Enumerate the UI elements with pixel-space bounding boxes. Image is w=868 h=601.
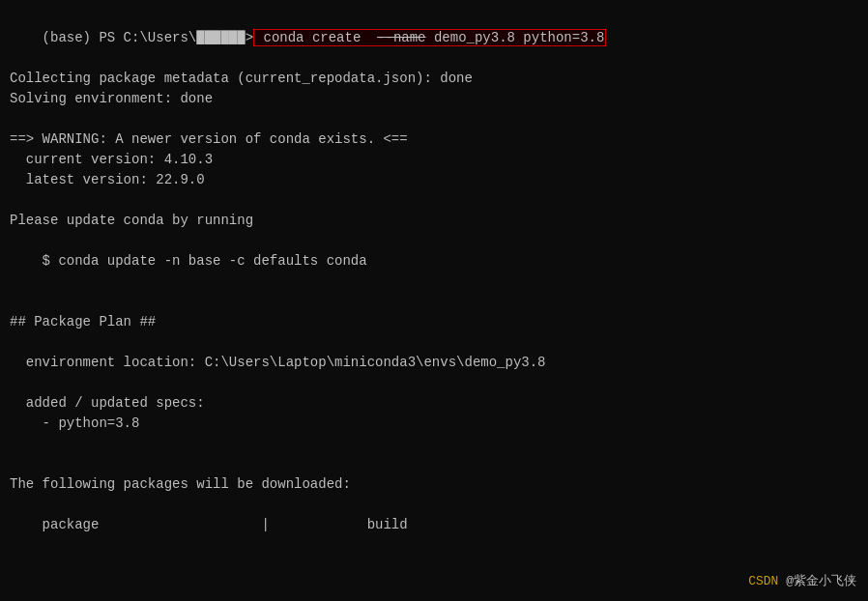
empty-line-3 (10, 231, 858, 251)
command-highlight: conda create --name demo_py3.8 python=3.… (253, 29, 606, 46)
empty-line-9 (10, 454, 858, 474)
package-plan-line: ## Package Plan ## (10, 312, 858, 332)
empty-line-2 (10, 190, 858, 211)
update-cmd-line: $ conda update -n base -c defaults conda (10, 251, 858, 272)
empty-line-4 (10, 272, 858, 292)
terminal-window: (base) PS C:\Users\██████> conda create … (0, 0, 868, 601)
empty-line-6 (10, 332, 858, 353)
watermark: CSDN @紫金小飞侠 (748, 572, 856, 589)
update-line-1: Please update conda by running (10, 211, 858, 231)
warning-line-1: ==> WARNING: A newer version of conda ex… (10, 129, 858, 150)
prompt-base: (base) PS C:\Users\ (43, 30, 197, 45)
empty-line-10 (10, 495, 858, 515)
empty-line-8 (10, 434, 858, 454)
empty-line-7 (10, 373, 858, 393)
env-location-line: environment location: C:\Users\Laptop\mi… (10, 353, 858, 373)
table-header-line: package | build (10, 515, 858, 535)
empty-line-5 (10, 292, 858, 312)
watermark-author: 紫金小飞侠 (794, 574, 856, 588)
warning-line-3: latest version: 22.9.0 (10, 170, 858, 190)
prompt-arrow: > (246, 30, 253, 45)
prompt-user: ██████ (196, 30, 245, 45)
watermark-csdn: CSDN (748, 574, 778, 588)
specs-python-line: - python=3.8 (10, 414, 858, 434)
specs-header-line: added / updated specs: (10, 393, 858, 414)
empty-line-1 (10, 109, 858, 129)
warning-line-2: current version: 4.10.3 (10, 150, 858, 170)
output-line-1: Collecting package metadata (current_rep… (10, 69, 858, 89)
watermark-separator: @ (778, 574, 794, 588)
command-line: (base) PS C:\Users\██████> conda create … (10, 8, 858, 69)
download-header-line: The following packages will be downloade… (10, 474, 858, 495)
output-line-2: Solving environment: done (10, 89, 858, 109)
